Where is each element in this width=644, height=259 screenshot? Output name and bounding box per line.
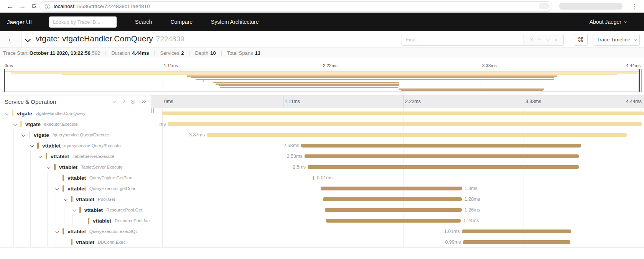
span-bar-cell[interactable]: 1.26ms — [151, 205, 644, 215]
span-tree-cell[interactable]: vttablet/queryservice.Query/Execute — [0, 140, 151, 151]
minimap-left-handle[interactable] — [4, 69, 5, 92]
span-bar-cell[interactable]: 0.99ms — [151, 237, 644, 248]
timeline-tick-label: 4.44ms — [626, 99, 642, 104]
trace-minimap[interactable] — [2, 69, 642, 92]
nav-item-compare[interactable]: Compare — [170, 19, 193, 25]
back-button[interactable]: ← — [0, 31, 22, 48]
url-bar[interactable]: i localhost:16686/trace/7224839c11ae4810 — [40, 1, 552, 11]
minimap-span-bar — [399, 89, 544, 90]
next-result-icon[interactable] — [546, 38, 549, 41]
span-row[interactable]: vttabletTabletServer.Execute2.5ms — [0, 162, 644, 172]
expand-chevron-icon[interactable] — [55, 229, 59, 233]
span-duration-bar[interactable] — [308, 165, 579, 169]
tree-chevron-slot — [63, 198, 71, 201]
span-duration-bar[interactable] — [313, 176, 314, 180]
expand-chevron-icon[interactable] — [64, 197, 68, 201]
span-bar-cell[interactable]: ms — [151, 119, 644, 130]
span-row[interactable]: vttabletPool.Get1.28ms — [0, 194, 644, 205]
browser-menu-icon[interactable]: ⋮ — [630, 2, 639, 11]
find-input[interactable] — [402, 34, 524, 46]
about-jaeger-menu[interactable]: About Jaeger — [590, 19, 626, 25]
span-duration-bar[interactable] — [326, 219, 461, 223]
span-duration-bar[interactable] — [463, 240, 570, 244]
span-bar-cell[interactable]: 1.24ms — [151, 215, 644, 226]
tree-chevron-slot — [4, 112, 12, 115]
collapse-header-chevron-icon[interactable] — [25, 36, 31, 43]
span-row[interactable]: vttabletQueryExecutor.getConn1.3ms — [0, 183, 644, 194]
tree-indent-guide — [13, 172, 14, 183]
trace-lookup-input[interactable] — [49, 16, 117, 28]
span-duration-bar[interactable] — [305, 154, 579, 158]
span-tree-cell[interactable]: vttabletResourcePool.Get — [0, 205, 151, 215]
minimap-right-handle[interactable] — [639, 69, 640, 92]
span-tree-cell[interactable]: vttabletPool.Get — [0, 194, 151, 205]
expand-chevron-icon[interactable] — [38, 154, 42, 158]
span-duration-bar[interactable] — [321, 187, 462, 190]
jaeger-logo[interactable]: Jaeger UI — [7, 19, 32, 25]
span-duration-bar[interactable] — [325, 208, 461, 212]
minimap-span-bar — [62, 74, 617, 75]
span-bar-cell[interactable]: 1.01ms — [151, 226, 644, 237]
span-tree-cell[interactable]: vtgateexecutor.Execute — [0, 119, 151, 130]
expand-chevron-icon[interactable] — [47, 165, 51, 169]
collapse-all-icon[interactable] — [131, 99, 136, 104]
span-duration-bar[interactable] — [207, 133, 627, 137]
service-color-bar — [63, 175, 64, 181]
span-tree-cell[interactable]: vttabletDBConn.Exec — [0, 237, 151, 248]
span-tree-cell[interactable]: vtgatevtgateHandler.ComQuery — [0, 108, 151, 119]
collapse-one-icon[interactable] — [112, 99, 117, 104]
nav-item-system-architecture[interactable]: System Architecture — [211, 19, 259, 25]
focus-match-icon[interactable] — [530, 38, 533, 41]
span-bar-cell[interactable]: 2.53ms — [151, 151, 644, 162]
browser-back-icon[interactable]: ← — [5, 1, 15, 11]
span-duration-bar[interactable] — [323, 197, 462, 201]
keyboard-shortcuts-button[interactable]: ⌘ — [574, 34, 588, 46]
span-row[interactable]: vtgateexecutor.Executems — [0, 119, 644, 130]
browser-forward-icon[interactable]: → — [17, 1, 28, 11]
span-row[interactable]: vtgatevtgateHandler.ComQuery — [0, 108, 644, 119]
span-tree-cell[interactable]: vttabletQueryExecutor.execSQL — [0, 226, 151, 237]
span-bar-cell[interactable]: 2.5ms — [151, 162, 644, 172]
span-bar-cell[interactable]: 1.28ms — [151, 194, 644, 205]
span-row[interactable]: vttablet/queryservice.Query/Execute2.58m… — [0, 140, 644, 151]
expand-chevron-icon[interactable] — [30, 143, 34, 147]
span-duration-bar[interactable] — [162, 111, 644, 115]
span-bar-cell[interactable]: 2.58ms — [151, 140, 644, 151]
span-row[interactable]: vttabletResourcePool.Get1.26ms — [0, 205, 644, 215]
service-color-bar — [79, 207, 81, 213]
span-tree-cell[interactable]: vttabletTabletServer.Execute — [0, 162, 151, 172]
tree-indent-guide — [56, 237, 56, 248]
trace-view-selector[interactable]: Trace Timeline — [593, 34, 640, 46]
clear-search-icon[interactable]: × — [554, 37, 558, 43]
span-row[interactable]: vttabletQueryExecutor.execSQL1.01ms — [0, 226, 644, 237]
span-duration-bar[interactable] — [168, 122, 642, 126]
span-bar-cell[interactable]: 1.3ms — [151, 183, 644, 194]
span-tree-cell[interactable]: vtgate/queryservice.Query/Execute — [0, 130, 151, 140]
span-row[interactable]: vtgate/queryservice.Query/Execute3.87ms — [0, 130, 644, 140]
prev-result-icon[interactable] — [539, 38, 541, 41]
span-duration-bar[interactable] — [462, 229, 572, 233]
expand-chevron-icon[interactable] — [13, 122, 17, 126]
expand-chevron-icon[interactable] — [5, 111, 8, 115]
expand-all-icon[interactable] — [141, 99, 145, 104]
span-row[interactable]: vttabletDBConn.Exec0.99ms — [0, 237, 644, 248]
expand-chevron-icon[interactable] — [55, 186, 59, 190]
span-tree-cell[interactable]: vttabletResourcePool.factory — [0, 215, 151, 226]
span-duration-bar[interactable] — [301, 144, 581, 148]
span-tree-cell[interactable]: vttabletQueryEngine.GetPlan — [0, 172, 151, 183]
nav-item-search[interactable]: Search — [135, 19, 152, 25]
expand-chevron-icon[interactable] — [21, 133, 25, 136]
span-bar-cell[interactable]: 0.01ms — [151, 172, 644, 183]
span-bar-cell[interactable] — [151, 108, 644, 119]
span-tree-cell[interactable]: vttabletQueryExecutor.getConn — [0, 183, 151, 194]
expand-chevron-icon[interactable] — [72, 208, 76, 211]
span-tree-cell[interactable]: vttabletTabletServer.Execute — [0, 151, 151, 162]
minimap-span-bar — [191, 77, 554, 78]
span-row[interactable]: vttabletResourcePool.factory1.24ms — [0, 215, 644, 226]
span-bar-cell[interactable]: 3.87ms — [151, 130, 644, 140]
span-row[interactable]: vttabletQueryEngine.GetPlan0.01ms — [0, 172, 644, 183]
expand-one-icon[interactable] — [122, 99, 126, 104]
browser-reload-icon[interactable] — [28, 1, 39, 11]
span-row[interactable]: vttabletTabletServer.Execute2.53ms — [0, 151, 644, 162]
page-info-icon[interactable]: i — [45, 4, 50, 9]
